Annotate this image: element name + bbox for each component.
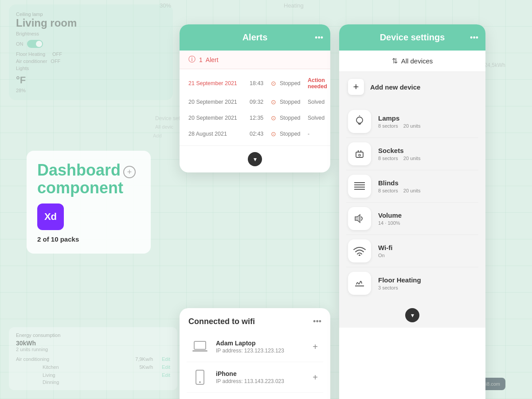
device-info: Wi-fi On [378, 244, 477, 258]
alert-count-bar: ⓘ 1 Alert [180, 51, 330, 69]
svg-rect-0 [194, 341, 206, 349]
svg-marker-19 [355, 215, 360, 223]
device-settings-card: Device settings ••• ⇅ All devices + Add … [339, 24, 485, 399]
sort-icon: ⇅ [392, 57, 398, 65]
dashboard-title: Dashboard component [37, 161, 140, 196]
list-item: Adam Laptop IP address: 123.123.123.123 … [187, 332, 323, 362]
device-info: Lamps 8 sectors 20 units [378, 114, 477, 129]
add-device-button[interactable]: + [311, 371, 320, 384]
device-info: Floor Heating 3 sectors [378, 276, 477, 290]
blinds-icon [348, 175, 371, 198]
alerts-footer: ▾ [180, 145, 330, 172]
alert-count-text: 1 Alert [199, 56, 219, 63]
volume-icon [348, 207, 371, 230]
list-item[interactable]: Sockets 8 sectors 20 units [346, 138, 478, 170]
add-new-device-button[interactable]: + [348, 79, 364, 95]
table-row: 28 August 2021 02:43 ⊙ Stopped - [180, 126, 330, 142]
device-settings-more-button[interactable]: ••• [470, 33, 478, 42]
table-row: 20 September 2021 12:35 ⊙ Stopped Solved [180, 110, 330, 126]
status-icon: ⊙ [271, 114, 276, 121]
wifi-device-list: Adam Laptop IP address: 123.123.123.123 … [180, 332, 330, 399]
alerts-card: Alerts ••• ⓘ 1 Alert 21 September 2021 1… [180, 24, 330, 172]
status-icon: ⊙ [271, 130, 276, 137]
add-device-bar: + Add new device [339, 72, 485, 102]
device-info: iPhone IP address: 113.143.223.023 [216, 370, 305, 384]
floor-heating-icon [348, 272, 371, 295]
status-icon: ⊙ [271, 80, 276, 87]
device-info: Adam Laptop IP address: 123.123.123.123 [216, 340, 305, 354]
wifi-header: Connected to wifi ••• [180, 308, 330, 332]
list-item[interactable]: Floor Heating 3 sectors [346, 267, 478, 299]
device-settings-title: Device settings [380, 32, 445, 43]
list-item[interactable]: Blinds 8 sectors 20 units [346, 170, 478, 203]
wifi-title: Connected to wifi [188, 317, 255, 326]
cards-container: Alerts ••• ⓘ 1 Alert 21 September 2021 1… [180, 24, 485, 399]
alerts-header: Alerts ••• [180, 24, 330, 51]
device-info: Blinds 8 sectors 20 units [378, 179, 477, 193]
table-row: 21 September 2021 18:43 ⊙ Stopped Action… [180, 73, 330, 94]
device-settings-footer: ▾ [339, 303, 485, 328]
svg-rect-1 [192, 350, 207, 352]
svg-point-3 [199, 381, 201, 383]
alerts-more-button[interactable]: ••• [315, 33, 323, 42]
lamp-icon [348, 110, 371, 133]
pack-count: 2 of 10 packs [37, 235, 140, 243]
svg-point-14 [359, 154, 360, 156]
status-icon: ⊙ [271, 98, 276, 106]
svg-point-9 [356, 117, 363, 123]
device-info: Sockets 8 sectors 20 units [378, 147, 477, 161]
wifi-icon [348, 239, 371, 262]
device-list: Lamps 8 sectors 20 units Sockets 8 [339, 102, 485, 303]
alerts-title: Alerts [243, 32, 268, 43]
add-button[interactable]: + [123, 166, 136, 178]
dashboard-card: + Dashboard component Xd 2 of 10 packs [27, 151, 151, 254]
device-info: Volume 14 · 100% [378, 211, 477, 226]
list-item[interactable]: Lamps 8 sectors 20 units [346, 106, 478, 138]
left-column: Alerts ••• ⓘ 1 Alert 21 September 2021 1… [180, 24, 330, 399]
xd-icon: Xd [37, 203, 64, 230]
svg-point-20 [359, 254, 360, 256]
table-row: 20 September 2021 09:32 ⊙ Stopped Solved [180, 94, 330, 110]
wifi-card: Connected to wifi ••• Adam Laptop IP add… [180, 308, 330, 399]
all-devices-label: All devices [401, 57, 433, 65]
device-settings-header: Device settings ••• [339, 24, 485, 51]
list-item[interactable]: Wi-fi On [346, 235, 478, 267]
alerts-body: 21 September 2021 18:43 ⊙ Stopped Action… [180, 69, 330, 145]
wifi-more-button[interactable]: ••• [313, 317, 321, 326]
socket-icon [348, 142, 371, 165]
add-device-button[interactable]: + [311, 340, 320, 354]
add-device-label: Add new device [370, 83, 420, 91]
alert-warning-icon: ⓘ [188, 55, 196, 64]
list-item[interactable]: Volume 14 · 100% [346, 203, 478, 235]
list-item: Sam pc IP address: 113.143.223.025 + [187, 393, 323, 399]
expand-button[interactable]: ▾ [405, 308, 419, 322]
svg-rect-11 [356, 152, 363, 157]
laptop-icon [190, 337, 210, 356]
all-devices-bar[interactable]: ⇅ All devices [339, 51, 485, 72]
phone-icon [190, 368, 210, 387]
list-item: iPhone IP address: 113.143.223.023 + [187, 362, 323, 393]
expand-button[interactable]: ▾ [248, 152, 262, 166]
